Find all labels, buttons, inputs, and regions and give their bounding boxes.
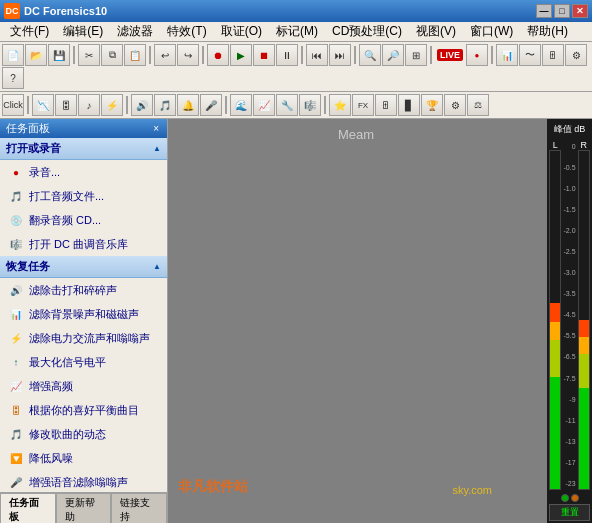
rewind-button[interactable]: ⏮ [306,44,328,66]
tool3-button[interactable]: 🔔 [177,94,199,116]
task-balance[interactable]: 🎛 根据你的喜好平衡曲目 [0,398,167,422]
normalize-button[interactable]: 📉 [32,94,54,116]
menu-file[interactable]: 文件(F) [4,21,55,42]
settings-button[interactable]: ⚙ [565,44,587,66]
open-button[interactable]: 📂 [25,44,47,66]
app-title: DC Forensics10 [24,5,536,17]
menu-effects[interactable]: 特效(T) [161,21,212,42]
process4-button[interactable]: 🎼 [299,94,321,116]
config-button[interactable]: ⚙ [444,94,466,116]
redo-button[interactable]: ↪ [177,44,199,66]
live-badge: LIVE [437,49,463,61]
menu-help[interactable]: 帮助(H) [521,21,574,42]
task-rip-cd[interactable]: 💿 翻录音频 CD... [0,208,167,232]
new-button[interactable]: 📄 [2,44,24,66]
task-section-open: 打开或录音 ▲ ● 录音... 🎵 打工音频文件... 💿 翻录音频 CD...… [0,138,167,256]
stop-button[interactable]: ⏹ [253,44,275,66]
cut-button[interactable]: ✂ [78,44,100,66]
help-toolbar-button[interactable]: ? [2,67,24,89]
menu-view[interactable]: 视图(V) [410,21,462,42]
tool4-button[interactable]: 🎤 [200,94,222,116]
tab-task-panel[interactable]: 任务面板 [0,493,56,523]
equalizer-button[interactable]: 🎚 [542,44,564,66]
process1-button[interactable]: 🌊 [230,94,252,116]
panel-close-button[interactable]: × [151,123,161,134]
effect2-button[interactable]: ⚡ [101,94,123,116]
process2-button[interactable]: 📈 [253,94,275,116]
toolbar-sep4 [301,46,303,64]
vu-bar-r [578,150,590,490]
copy-button[interactable]: ⧉ [101,44,123,66]
vu-indicators [561,494,579,502]
toolbar-sep2 [149,46,151,64]
balance-icon: 🎛 [8,402,24,418]
main-layout: 任务面板 × 打开或录音 ▲ ● 录音... 🎵 打工音频文件... [0,119,592,523]
zoom-all-button[interactable]: ⊞ [405,44,427,66]
close-button[interactable]: ✕ [572,4,588,18]
mixer-button[interactable]: 🎚 [375,94,397,116]
title-bar-buttons: — □ ✕ [536,4,588,18]
task-enhance-voice[interactable]: 🎤 增强语音滤除嗡嗡声 [0,470,167,492]
live-button[interactable]: ● [466,44,488,66]
tab-link-support[interactable]: 链接支持 [111,493,167,523]
toolbar-sep6 [430,46,432,64]
task-remove-hum[interactable]: ⚡ 滤除电力交流声和嗡嗡声 [0,326,167,350]
click-button[interactable]: Click [2,94,24,116]
tool1-button[interactable]: 🔊 [131,94,153,116]
task-enhance-treble[interactable]: 📈 增强高频 [0,374,167,398]
section-header-restore[interactable]: 恢复任务 ▲ [0,256,167,278]
title-bar: DC DC Forensics10 — □ ✕ [0,0,592,22]
menu-edit[interactable]: 编辑(E) [57,21,109,42]
maximize-button[interactable]: □ [554,4,570,18]
forward-button[interactable]: ⏭ [329,44,351,66]
menu-window[interactable]: 窗口(W) [464,21,519,42]
vu-dot-r [571,494,579,502]
menu-forensics[interactable]: 取证(O) [215,21,268,42]
task-reduce-wind[interactable]: 🔽 降低风噪 [0,446,167,470]
task-record[interactable]: ● 录音... [0,160,167,184]
paste-button[interactable]: 📋 [124,44,146,66]
toolbar-sep5 [354,46,356,64]
zoom-in-button[interactable]: 🔍 [359,44,381,66]
task-dynamics[interactable]: 🎵 修改歌曲的动态 [0,422,167,446]
task-music-library[interactable]: 🎼 打开 DC 曲调音乐库 [0,232,167,256]
effect1-button[interactable]: ♪ [78,94,100,116]
filter-button[interactable]: 🎛 [55,94,77,116]
menu-filter[interactable]: 滤波器 [111,21,159,42]
waveform-button[interactable]: 〜 [519,44,541,66]
undo-button[interactable]: ↩ [154,44,176,66]
toolbar2-sep3 [225,96,227,114]
pause-button[interactable]: ⏸ [276,44,298,66]
reduce-wind-icon: 🔽 [8,450,24,466]
award-button[interactable]: 🏆 [421,94,443,116]
minimize-button[interactable]: — [536,4,552,18]
rip-cd-icon: 💿 [8,212,24,228]
vu-reset-button[interactable]: 重置 [549,504,590,521]
task-panel[interactable]: 打开或录音 ▲ ● 录音... 🎵 打工音频文件... 💿 翻录音频 CD...… [0,138,167,492]
task-maximize-level[interactable]: ↑ 最大化信号电平 [0,350,167,374]
panel-tabs: 任务面板 更新帮助 链接支持 [0,492,167,523]
watermark-main: 非凡软件站 [178,478,248,496]
fx-button[interactable]: FX [352,94,374,116]
save-button[interactable]: 💾 [48,44,70,66]
bars-button[interactable]: ▊ [398,94,420,116]
menu-marks[interactable]: 标记(M) [270,21,324,42]
vu-meter: 峰值 dB L 0 -0.5 -1.0 -1.5 -2.0 -2.5 -3.0 … [547,119,592,523]
task-open-audio[interactable]: 🎵 打工音频文件... [0,184,167,208]
zoom-out-button[interactable]: 🔎 [382,44,404,66]
menu-cd[interactable]: CD预处理(C) [326,21,408,42]
spectrum-button[interactable]: 📊 [496,44,518,66]
process3-button[interactable]: 🔧 [276,94,298,116]
record-button[interactable]: ⏺ [207,44,229,66]
star-button[interactable]: ⭐ [329,94,351,116]
tab-update-help[interactable]: 更新帮助 [56,493,112,523]
tool2-button[interactable]: 🎵 [154,94,176,116]
section-header-open[interactable]: 打开或录音 ▲ [0,138,167,160]
maximize-level-icon: ↑ [8,354,24,370]
task-remove-hiss[interactable]: 📊 滤除背景噪声和磁磁声 [0,302,167,326]
task-remove-clicks[interactable]: 🔊 滤除击打和碎碎声 [0,278,167,302]
play-button[interactable]: ▶ [230,44,252,66]
balance-button[interactable]: ⚖ [467,94,489,116]
toolbar-sep3 [202,46,204,64]
watermark-sub: sky.com [452,484,492,496]
